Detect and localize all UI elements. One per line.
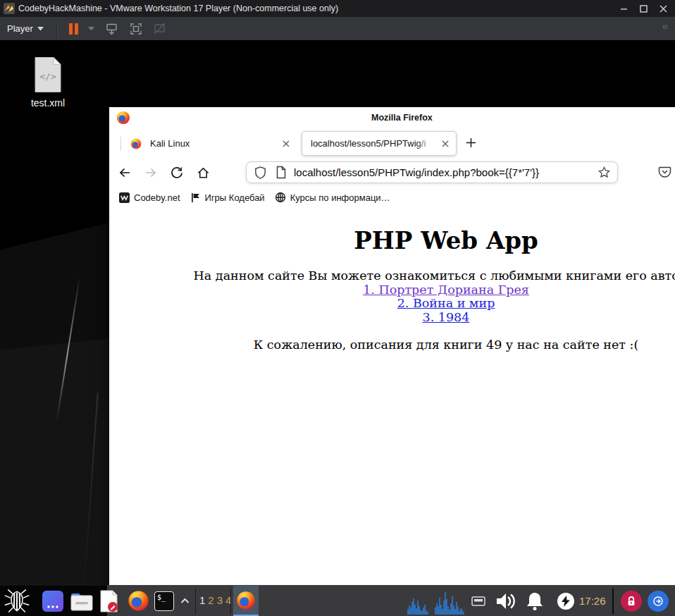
- page-error-message: К сожалению, описания для книги 49 у нас…: [109, 338, 675, 352]
- pocket-icon[interactable]: [657, 165, 672, 180]
- url-bar[interactable]: localhost/lesson5/PHPTwig/index.php?book…: [246, 161, 618, 183]
- xml-file-icon: </>: [32, 56, 63, 93]
- codeby-favicon: [119, 192, 130, 203]
- workspace-switcher[interactable]: 1 2 3 4: [199, 594, 231, 606]
- book-link-1[interactable]: 1. Портрет Дориана Грея: [109, 283, 675, 297]
- terminal-icon[interactable]: $_: [154, 591, 174, 611]
- tab-kali-linux[interactable]: Kali Linux: [120, 128, 298, 159]
- power-manager-icon[interactable]: [557, 593, 574, 610]
- bookmark-codeby[interactable]: Codeby.net: [119, 192, 180, 203]
- firefox-window-title: Mozilla Firefox: [371, 113, 433, 123]
- notification-bell-icon[interactable]: [525, 591, 545, 612]
- new-tab-icon[interactable]: [465, 137, 477, 149]
- close-icon[interactable]: [657, 3, 669, 14]
- firefox-navbar: localhost/lesson5/PHPTwig/index.php?book…: [109, 159, 675, 187]
- bookmark-star-icon[interactable]: [598, 166, 610, 178]
- firefox-window: Mozilla Firefox Kali Linux localhost/les…: [109, 107, 675, 585]
- firefox-titlebar[interactable]: Mozilla Firefox: [109, 107, 675, 128]
- tab-label: Kali Linux: [150, 138, 275, 149]
- globe-icon: [275, 192, 286, 203]
- text-editor-icon[interactable]: [99, 590, 118, 612]
- vmware-logo-icon: [4, 3, 15, 14]
- book-link-2[interactable]: 2. Война и мир: [109, 297, 675, 311]
- suspend-chevron-icon[interactable]: [88, 27, 94, 31]
- panel-divider: [195, 589, 196, 614]
- clock[interactable]: 17:26: [579, 595, 606, 607]
- maximize-icon[interactable]: [637, 3, 650, 14]
- display-tray-icon[interactable]: [471, 596, 485, 606]
- terminal-glyph: $_: [157, 593, 166, 601]
- volume-icon[interactable]: [495, 591, 516, 611]
- firefox-tabbar: Kali Linux localhost/lesson5/PHPTwig/i: [109, 128, 675, 159]
- flag-icon: [190, 192, 201, 203]
- kali-desktop: </> test.xml Mozilla Firefox Kali Linux: [0, 40, 675, 585]
- file-manager-icon[interactable]: [70, 592, 93, 611]
- bookmark-kursy[interactable]: Курсы по информаци…: [275, 192, 390, 203]
- padlock-icon: [626, 596, 637, 607]
- bookmark-igry-codebay[interactable]: Игры Кодебай: [190, 192, 265, 203]
- firefox-logo-icon: [116, 111, 130, 125]
- minimize-icon[interactable]: [617, 3, 630, 14]
- home-icon[interactable]: [197, 166, 210, 179]
- taskbar-firefox-window-button[interactable]: [233, 586, 259, 616]
- vmware-window-title: CodebyHackMashine - VMware Workstation 1…: [18, 4, 338, 13]
- player-menu-label: Player: [7, 23, 33, 34]
- desktop-file-label: test.xml: [18, 97, 78, 109]
- web-page-content: PHP Web App На данном сайте Вы можете оз…: [109, 208, 675, 585]
- suspend-vm-button[interactable]: [69, 23, 78, 35]
- svg-text:</>: </>: [39, 71, 56, 82]
- forward-icon: [144, 166, 157, 179]
- player-menu[interactable]: Player: [0, 17, 51, 40]
- site-info-page-icon[interactable]: [275, 166, 287, 179]
- tab-favicon-firefox: [130, 138, 142, 149]
- desktop-file-test-xml[interactable]: </> test.xml: [18, 56, 78, 109]
- vmware-toolbar: Player: [0, 17, 675, 41]
- panel-divider: [230, 589, 231, 614]
- tab-close-icon[interactable]: [440, 139, 450, 149]
- app-launcher-icon[interactable]: [42, 591, 63, 612]
- tab-close-icon[interactable]: [281, 139, 291, 149]
- firefox-logo-icon: [236, 591, 256, 610]
- lock-screen-button[interactable]: [621, 591, 642, 612]
- tab-label: localhost/lesson5/PHPTwig/i: [311, 138, 435, 149]
- vmware-titlebar: CodebyHackMashine - VMware Workstation 1…: [0, 0, 675, 17]
- chevron-down-icon: [37, 27, 44, 31]
- workspace-2[interactable]: 2: [208, 594, 213, 606]
- workspace-3[interactable]: 3: [217, 594, 223, 606]
- tab-localhost-active[interactable]: localhost/lesson5/PHPTwig/i: [302, 131, 457, 156]
- firefox-bookmarks-bar: Codeby.net Игры Кодебай Курсы по информа…: [109, 187, 675, 209]
- toolbar-divider: [56, 21, 58, 37]
- unity-mode-icon-disabled: [153, 22, 167, 36]
- shield-permissions-icon[interactable]: [254, 166, 267, 180]
- bookmark-label: Codeby.net: [134, 192, 180, 203]
- logout-button[interactable]: [648, 591, 669, 612]
- fullscreen-icon[interactable]: [129, 22, 143, 36]
- page-title: PHP Web App: [109, 226, 675, 254]
- workspace-1[interactable]: 1: [199, 594, 205, 606]
- book-link-3[interactable]: 3. 1984: [109, 311, 675, 325]
- page-intro-text: На данном сайте Вы можете ознакомиться с…: [109, 269, 675, 283]
- xfce-panel: $_ 1 2 3 4: [0, 585, 675, 616]
- chevron-up-icon[interactable]: [180, 598, 190, 604]
- collapse-toolbar-button[interactable]: «: [662, 20, 667, 32]
- back-icon[interactable]: [118, 166, 131, 179]
- kali-menu-icon[interactable]: [2, 587, 32, 615]
- firefox-launcher-icon[interactable]: [128, 590, 149, 612]
- cpu-graph-widget[interactable]: [407, 588, 465, 615]
- arrow-right-circle-icon: [652, 595, 664, 608]
- url-text[interactable]: localhost/lesson5/PHPTwig/index.php?book…: [294, 166, 598, 178]
- vmware-player-window: CodebyHackMashine - VMware Workstation 1…: [0, 0, 675, 616]
- bookmark-label: Курсы по информаци…: [290, 192, 390, 203]
- bookmark-label: Игры Кодебай: [205, 192, 265, 203]
- reload-icon[interactable]: [171, 166, 183, 179]
- send-ctrl-alt-del-icon[interactable]: [105, 22, 119, 36]
- panel-divider: [612, 589, 614, 614]
